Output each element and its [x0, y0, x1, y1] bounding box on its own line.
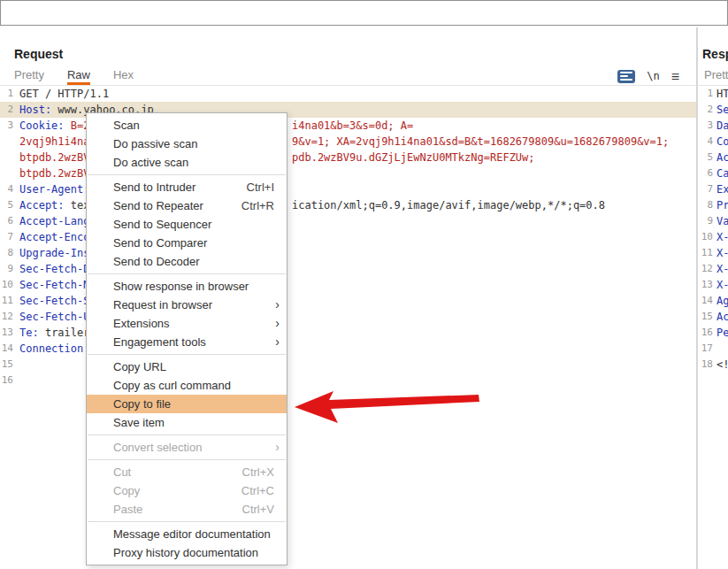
menu-item-label: Cut — [113, 463, 242, 481]
line-number: 3 — [0, 118, 13, 134]
line-number: 9 — [0, 261, 13, 277]
response-line: 4Co — [699, 134, 728, 150]
line-text: Ca — [717, 165, 728, 181]
line-number: 1 — [699, 86, 713, 102]
menu-item-convert-selection: Convert selection› — [87, 438, 287, 457]
menu-separator — [88, 273, 286, 274]
line-number: 2 — [699, 102, 713, 118]
menu-item-copy-to-file[interactable]: Copy to file — [87, 395, 287, 413]
response-line: 16Pe — [699, 325, 728, 341]
line-number: 2 — [0, 102, 13, 118]
response-line: 8Pr — [699, 197, 728, 213]
top-bar — [0, 0, 728, 26]
line-text: Co — [717, 134, 728, 150]
response-line: 7Ex — [699, 181, 728, 197]
line-text: Pr — [717, 197, 728, 213]
line-text: Ac — [717, 150, 728, 165]
menu-item-extensions[interactable]: Extensions› — [87, 314, 287, 333]
menu-item-label: Convert selection — [113, 438, 274, 457]
menu-item-send-to-sequencer[interactable]: Send to Sequencer — [87, 215, 287, 234]
menu-item-label: Save item — [113, 413, 274, 432]
line-number: 8 — [699, 197, 713, 213]
menu-item-send-to-repeater[interactable]: Send to RepeaterCtrl+R — [87, 196, 287, 215]
menu-item-label: Send to Comparer — [113, 234, 274, 252]
line-number: 11 — [699, 245, 713, 261]
response-line: 6Ca — [699, 165, 728, 181]
line-text: HT — [717, 86, 728, 102]
menu-separator — [88, 459, 286, 460]
menu-item-send-to-decoder[interactable]: Send to Decoder — [87, 252, 287, 271]
line-text: Pe — [717, 325, 728, 341]
line-text: Accept-Enco — [19, 229, 89, 245]
menu-item-copy-as-curl-command[interactable]: Copy as curl command — [87, 376, 287, 395]
line-text: 2vqj9h1i4na — [19, 134, 89, 150]
line-text: btpdb.2wzBV — [19, 150, 89, 165]
submenu-arrow-icon: › — [275, 314, 280, 333]
tab-raw[interactable]: Raw — [67, 66, 90, 85]
line-number: 1 — [0, 86, 13, 102]
line-number: 13 — [699, 277, 713, 293]
menu-item-send-to-intruder[interactable]: Send to IntruderCtrl+I — [87, 178, 287, 196]
response-line: 13X- — [699, 277, 728, 293]
line-number: 6 — [0, 213, 13, 229]
line-text: btpdb.2wzBV — [19, 165, 89, 181]
menu-item-label: Show response in browser — [113, 277, 274, 296]
response-line: 14Ag — [699, 293, 728, 309]
line-text: Ex — [717, 181, 728, 197]
line-number: 12 — [0, 309, 13, 325]
menu-item-save-item[interactable]: Save item — [87, 413, 287, 432]
menu-item-do-passive-scan[interactable]: Do passive scan — [87, 135, 287, 153]
line-number: 5 — [0, 197, 13, 213]
menu-separator — [88, 174, 286, 175]
line-text: X- — [717, 277, 728, 293]
line-number: 7 — [699, 181, 713, 197]
response-line: 5Ac — [699, 150, 728, 165]
line-text: Sec-Fetch-S — [19, 293, 89, 309]
menu-item-do-active-scan[interactable]: Do active scan — [87, 153, 287, 172]
response-line: 9Va — [699, 213, 728, 229]
response-line: 10X- — [699, 229, 728, 245]
line-text: Se — [717, 102, 728, 118]
menu-item-send-to-comparer[interactable]: Send to Comparer — [87, 234, 287, 252]
line-text: X- — [717, 245, 728, 261]
line-text: Te: trailer — [19, 325, 89, 341]
request-panel-title: Request — [14, 47, 63, 61]
line-text: Sec-Fetch-M — [19, 277, 89, 293]
menu-item-engagement-tools[interactable]: Engagement tools› — [87, 333, 287, 351]
line-number: 16 — [699, 325, 713, 341]
response-editor[interactable]: 1HT2Se3Da4Co5Ac6Ca7Ex8Pr9Va10X-11X-12X-1… — [699, 86, 728, 373]
menu-item-shortcut: Ctrl+R — [241, 196, 274, 215]
menu-item-scan[interactable]: Scan — [87, 116, 287, 135]
menu-item-label: Request in browser — [113, 296, 274, 314]
editor-menu-icon[interactable]: ≡ — [671, 70, 679, 83]
line-text-continued: 9&v=1; XA=2vqj9h1i4na01&sd=B&t=168267980… — [292, 134, 669, 150]
tab-pretty[interactable]: Pretty — [14, 66, 44, 85]
show-newlines-button[interactable]: \n — [647, 70, 659, 82]
menu-item-label: Do active scan — [113, 153, 274, 172]
menu-item-label: Do passive scan — [113, 135, 274, 153]
tab-pretty[interactable]: Pretty — [704, 66, 728, 85]
menu-item-request-in-browser[interactable]: Request in browser› — [87, 296, 287, 314]
tab-hex[interactable]: Hex — [113, 66, 134, 85]
request-tabs-row: PrettyRawHex \n ≡ — [0, 66, 697, 86]
line-text-continued: pdb.2wzBV9u.dGZjLjEwNzU0MTkzNg=REFZUw; — [292, 150, 535, 165]
menu-item-proxy-history-documentation[interactable]: Proxy history documentation — [87, 543, 287, 562]
wrap-toggle-icon[interactable] — [617, 70, 635, 83]
line-number: 4 — [0, 181, 13, 197]
menu-separator — [88, 434, 286, 435]
menu-item-copy-url[interactable]: Copy URL — [87, 358, 287, 376]
panel-divider[interactable] — [696, 27, 698, 569]
line-number: 10 — [699, 229, 713, 245]
menu-item-label: Copy as curl command — [113, 376, 274, 395]
line-number: 13 — [0, 325, 13, 341]
request-line: 1GET / HTTP/1.1 — [0, 86, 697, 102]
menu-item-message-editor-documentation[interactable]: Message editor documentation — [87, 525, 287, 543]
line-number: 3 — [699, 118, 713, 134]
line-number: 14 — [699, 293, 713, 309]
line-number: 6 — [699, 165, 713, 181]
line-number: 11 — [0, 293, 13, 309]
menu-item-show-response-in-browser[interactable]: Show response in browser — [87, 277, 287, 296]
menu-item-label: Copy URL — [113, 358, 274, 376]
response-line: 12X- — [699, 261, 728, 277]
line-number: 4 — [699, 134, 713, 150]
